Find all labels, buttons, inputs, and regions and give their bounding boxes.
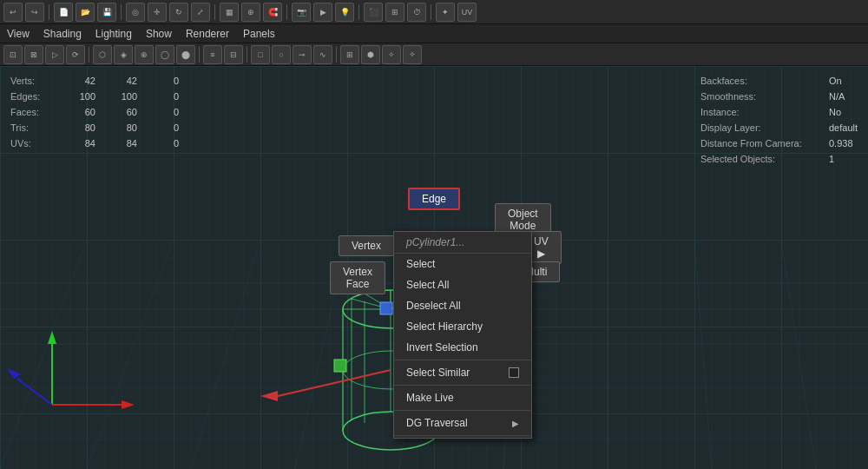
toolbar-icon-uv[interactable]: UV [457,3,477,22]
menu-show[interactable]: Show [146,28,172,40]
toolbar-icon-rotate[interactable]: ↻ [169,3,188,22]
toolbar-icon-snap[interactable]: ⊕ [241,3,260,22]
toolbar-icon-save[interactable]: 💾 [97,3,116,22]
toolbar2-icon-8[interactable]: ◯ [155,45,174,64]
toolbar2-icon-sel1[interactable]: □ [251,45,270,64]
info-label-selobj: Selected Objects: [700,151,822,167]
vertex-face-mode-button[interactable]: Vertex Face [330,261,385,294]
stats-panel: Verts: 42 42 0 Edges: 100 100 0 Faces: 6… [10,73,179,151]
ctx-dg-traversal[interactable]: DG Traversal ▶ [394,413,531,433]
menu-renderer[interactable]: Renderer [186,28,229,40]
stat-val-uvs-1: 84 [61,135,95,151]
toolbar2-icon-sel2[interactable]: ○ [272,45,291,64]
vertex-mode-button[interactable]: Vertex [339,235,394,256]
toolbar-icon-select[interactable]: ◎ [126,3,145,22]
info-label-distcam: Distance From Camera: [700,135,822,151]
toolbar-icon-anim[interactable]: ⏱ [407,3,426,22]
stat-val-uvs-3: 0 [144,135,179,151]
ctx-divider-4 [394,435,531,436]
info-label-backfaces: Backfaces: [700,73,822,89]
toolbar2-icon-14[interactable]: ✧ [382,45,401,64]
second-toolbar: ⊡ ⊠ ▷ ⟳ ⬡ ◈ ⊕ ◯ ⬤ ≡ ⊟ □ ○ ⊸ ∿ ⊞ ⬢ ✧ ⟡ [0,43,868,66]
stat-row-verts: Verts: 42 42 0 [10,73,179,89]
stat-val-edges-1: 100 [61,89,95,104]
toolbar2-icon-7[interactable]: ⊕ [135,45,154,64]
ctx-select-hierarchy[interactable]: Select Hierarchy [394,316,531,337]
toolbar2-sep-4 [336,47,337,63]
toolbar2-icon-10[interactable]: ≡ [203,45,222,64]
info-label-instance: Instance: [700,104,822,120]
toolbar-icon-move[interactable]: ✛ [148,3,167,22]
toolbar2-icon-sel3[interactable]: ⊸ [293,45,312,64]
toolbar-icon-render[interactable]: ▶ [313,3,332,22]
toolbar2-icon-12[interactable]: ⊞ [340,45,359,64]
ctx-select-similar-label: Select Similar [406,367,470,379]
info-val-selobj: 1 [829,151,834,167]
info-val-instance: No [829,104,841,120]
ctx-invert-selection[interactable]: Invert Selection [394,337,531,358]
toolbar-icon-layout2[interactable]: ⊞ [385,3,404,22]
stat-row-edges: Edges: 100 100 0 [10,89,179,104]
info-row-displaylayer: Display Layer: default [700,120,858,135]
ctx-select[interactable]: Select [394,254,531,274]
context-menu: pCylinder1... Select Select All Deselect… [393,231,532,439]
menu-shading[interactable]: Shading [43,28,82,40]
menu-panels[interactable]: Panels [243,28,275,40]
toolbar-icon-fx[interactable]: ✦ [436,3,455,22]
stat-label-edges: Edges: [10,89,54,104]
ctx-dg-traversal-arrow: ▶ [512,419,519,428]
stat-label-verts: Verts: [10,73,54,89]
toolbar-sep-3 [214,4,215,20]
toolbar-icon-light[interactable]: 💡 [335,3,354,22]
toolbar-icon-undo[interactable]: ↩ [3,3,23,22]
viewport: Verts: 42 42 0 Edges: 100 100 0 Faces: 6… [0,66,868,469]
toolbar2-sep-1 [89,47,89,63]
stat-val-tris-2: 80 [102,120,137,135]
toolbar2-icon-11[interactable]: ⊟ [224,45,243,64]
toolbar-icon-open[interactable]: 📂 [76,3,95,22]
toolbar-icon-camera[interactable]: 📷 [292,3,311,22]
toolbar2-icon-5[interactable]: ⬡ [93,45,112,64]
toolbar-sep-5 [358,4,359,20]
info-label-smoothness: Smoothness: [700,89,822,104]
toolbar-sep-6 [431,4,431,20]
ctx-select-all[interactable]: Select All [394,274,531,295]
top-toolbar: ↩ ↪ 📄 📂 💾 ◎ ✛ ↻ ⤢ ▦ ⊕ 🧲 📷 ▶ 💡 ⬛ ⊞ ⏱ ✦ UV [0,0,868,24]
ctx-make-live[interactable]: Make Live [394,387,531,408]
edge-mode-button[interactable]: Edge [408,188,460,210]
toolbar2-icon-sel4[interactable]: ∿ [313,45,332,64]
info-val-smoothness: N/A [829,89,845,104]
stat-val-edges-2: 100 [102,89,137,104]
info-row-backfaces: Backfaces: On [700,73,858,89]
stat-label-faces: Faces: [10,104,54,120]
toolbar-icon-new[interactable]: 📄 [54,3,73,22]
toolbar-icon-redo[interactable]: ↪ [25,3,44,22]
toolbar2-icon-2[interactable]: ⊠ [24,45,43,64]
toolbar2-icon-3[interactable]: ▷ [45,45,64,64]
stat-row-faces: Faces: 60 60 0 [10,104,179,120]
menu-bar: View Shading Lighting Show Renderer Pane… [0,24,868,43]
ctx-select-similar-checkbox[interactable] [509,367,519,378]
ctx-select-similar[interactable]: Select Similar [394,362,531,383]
toolbar-icon-grid[interactable]: ▦ [220,3,239,22]
svg-rect-34 [334,360,346,372]
toolbar-icon-scale[interactable]: ⤢ [191,3,210,22]
menu-view[interactable]: View [7,28,30,40]
toolbar-sep-4 [286,4,287,20]
toolbar2-icon-4[interactable]: ⟳ [66,45,85,64]
stat-val-faces-3: 0 [144,104,179,120]
info-panel: Backfaces: On Smoothness: N/A Instance: … [700,73,858,167]
toolbar-sep-2 [121,4,122,20]
toolbar2-icon-1[interactable]: ⊡ [3,45,23,64]
menu-lighting[interactable]: Lighting [95,28,132,40]
stat-val-tris-1: 80 [61,120,95,135]
toolbar2-icon-15[interactable]: ⟡ [403,45,422,64]
toolbar2-icon-13[interactable]: ⬢ [361,45,380,64]
toolbar2-icon-9[interactable]: ⬤ [176,45,195,64]
ctx-deselect-all[interactable]: Deselect All [394,295,531,316]
toolbar-icon-magnet[interactable]: 🧲 [263,3,282,22]
toolbar2-icon-6[interactable]: ◈ [114,45,133,64]
stat-val-uvs-2: 84 [102,135,137,151]
toolbar-icon-layout1[interactable]: ⬛ [364,3,383,22]
stat-val-verts-1: 42 [61,73,95,89]
